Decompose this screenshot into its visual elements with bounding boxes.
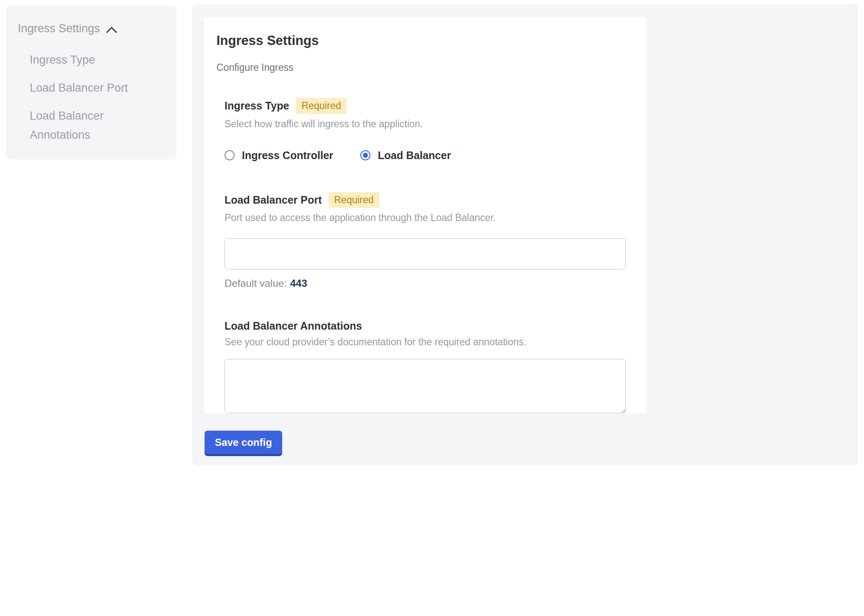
radio-option-load-balancer[interactable]: Load Balancer: [360, 149, 451, 162]
load-balancer-port-input[interactable]: [224, 238, 626, 269]
ingress-type-label: Ingress Type: [224, 100, 289, 112]
ingress-settings-card: Ingress Settings Configure Ingress Ingre…: [204, 17, 646, 414]
chevron-up-icon: [106, 26, 117, 33]
load-balancer-annotations-textarea[interactable]: [224, 359, 626, 413]
config-main-panel: Ingress Settings Configure Ingress Ingre…: [192, 4, 858, 465]
field-load-balancer-annotations: Load Balancer Annotations See your cloud…: [224, 320, 626, 413]
default-value: 443: [290, 277, 307, 289]
sidebar-group-ingress-settings[interactable]: Ingress Settings: [18, 22, 165, 35]
page-subtitle: Configure Ingress: [216, 62, 634, 73]
field-load-balancer-port: Load Balancer Port Required Port used to…: [224, 192, 626, 290]
save-config-button[interactable]: Save config: [205, 431, 282, 456]
config-nav-sidebar: Ingress Settings Ingress Type Load Balan…: [6, 6, 177, 160]
field-label-row: Load Balancer Port Required: [224, 192, 626, 208]
field-label-row: Load Balancer Annotations: [224, 320, 626, 332]
page-title: Ingress Settings: [216, 33, 634, 48]
default-value-label: Default value:: [224, 277, 287, 289]
required-badge: Required: [296, 98, 346, 114]
load-balancer-annotations-label: Load Balancer Annotations: [224, 320, 362, 332]
sidebar-group-label: Ingress Settings: [18, 22, 100, 35]
radio-label-ingress-controller: Ingress Controller: [242, 149, 333, 162]
ingress-type-radio-group: Ingress Controller Load Balancer: [224, 149, 626, 162]
required-badge: Required: [328, 192, 379, 208]
load-balancer-port-help-text: Port used to access the application thro…: [224, 211, 626, 224]
radio-selected-icon[interactable]: [360, 150, 370, 160]
sidebar-item-ingress-type[interactable]: Ingress Type: [30, 50, 157, 70]
load-balancer-annotations-help-text: See your cloud provider’s documentation …: [224, 336, 626, 349]
field-ingress-type: Ingress Type Required Select how traffic…: [224, 98, 626, 162]
config-screen: Ingress Settings Ingress Type Load Balan…: [0, 0, 864, 616]
sidebar-item-load-balancer-port[interactable]: Load Balancer Port: [30, 78, 157, 98]
radio-unselected-icon[interactable]: [224, 150, 235, 160]
field-label-row: Ingress Type Required: [224, 98, 626, 114]
radio-label-load-balancer: Load Balancer: [378, 149, 451, 162]
sidebar-item-load-balancer-annotations[interactable]: Load Balancer Annotations: [30, 106, 157, 145]
ingress-type-help-text: Select how traffic will ingress to the a…: [224, 118, 626, 131]
load-balancer-port-label: Load Balancer Port: [224, 194, 322, 206]
default-value-line: Default value:443: [224, 277, 626, 289]
radio-option-ingress-controller[interactable]: Ingress Controller: [224, 149, 333, 162]
